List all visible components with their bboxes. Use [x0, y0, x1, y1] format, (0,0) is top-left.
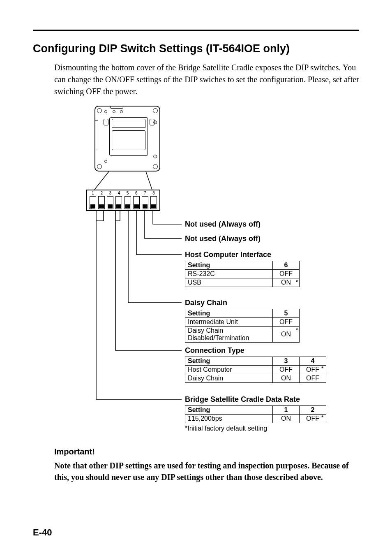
td: ON [273, 415, 300, 423]
dip-num: 3 [109, 191, 112, 195]
th: 4 [300, 357, 326, 366]
page-number: E-40 [33, 527, 52, 538]
th: Setting [185, 357, 273, 366]
section-notused-8: Not used (Always off) [185, 220, 261, 229]
dip-num: 4 [118, 191, 120, 195]
td: ON [273, 374, 300, 383]
important-body: Note that other DIP settings are used fo… [54, 460, 359, 483]
td: OFF [273, 366, 300, 374]
td: OFF [300, 374, 326, 383]
td: USB [185, 278, 273, 287]
th: 2 [300, 406, 326, 415]
td: Daisy Chain [185, 374, 273, 383]
device-illustration [95, 106, 160, 171]
section-connection-type-title: Connection Type [185, 346, 326, 355]
dip-num: 5 [127, 191, 129, 195]
td: OFF [273, 318, 300, 327]
td: Intermediate Unit [185, 318, 273, 327]
th: Setting [185, 406, 273, 415]
table-connection-type: Setting 3 4 Host Computer OFF OFF Daisy … [185, 357, 326, 383]
section-host-interface-title: Host Computer Interface [185, 250, 300, 259]
th: Setting [185, 309, 273, 318]
dip-num: 6 [135, 191, 138, 195]
td: RS-232C [185, 270, 273, 278]
th: 1 [273, 406, 300, 415]
td: Host Computer [185, 366, 273, 374]
default-asterisk: * [320, 365, 323, 372]
dip-switch-block: OFF 1 2 3 4 5 6 7 8 [86, 190, 160, 211]
page-title: Configuring DIP Switch Settings (IT-564I… [33, 42, 359, 55]
td: 115,200bps [185, 415, 273, 423]
section-notused-7: Not used (Always off) [185, 234, 261, 243]
important-heading: Important! [54, 447, 359, 456]
table-data-rate: Setting 1 2 115,200bps ON OFF [185, 405, 326, 423]
default-asterisk: * [294, 327, 298, 333]
th: 5 [273, 309, 300, 318]
table-host-interface: Setting 6 RS-232C OFF USB ON [185, 261, 300, 287]
section-data-rate-title: Bridge Satellite Cradle Data Rate [185, 395, 326, 404]
th: 6 [273, 261, 300, 270]
dip-num: 7 [144, 191, 146, 195]
th: Setting [185, 261, 273, 270]
dip-num: 1 [92, 191, 94, 195]
td: OFF [273, 270, 300, 278]
default-asterisk: * [320, 414, 323, 421]
dip-num: 8 [152, 191, 155, 195]
section-daisy-chain-title: Daisy Chain [185, 299, 300, 307]
footnote: *Initial factory default setting [185, 425, 326, 432]
th: 3 [273, 357, 300, 366]
dip-diagram: OFF 1 2 3 4 5 6 7 8 [33, 106, 359, 443]
table-daisy-chain: Setting 5 Intermediate Unit OFF Daisy Ch… [185, 309, 300, 343]
intro-paragraph: Dismounting the bottom cover of the Brid… [54, 62, 359, 97]
td: Daisy Chain Disabled/Termination [185, 327, 273, 343]
dip-num: 2 [100, 191, 103, 195]
default-asterisk: * [294, 278, 298, 285]
